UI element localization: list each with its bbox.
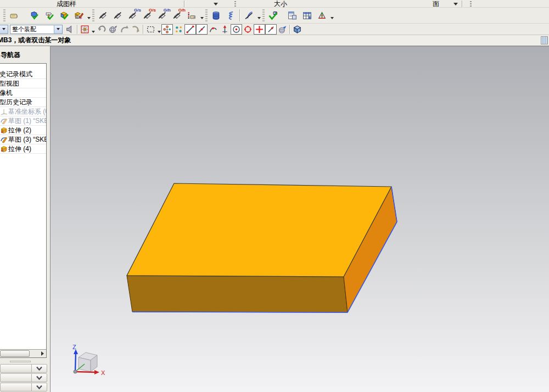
snap-point-on-curve-button[interactable] (265, 24, 277, 35)
tree-item-label: 草图 (3) “SKET (8, 135, 46, 144)
tree-item[interactable]: 模型视图 (0, 79, 46, 88)
spring-tool-button[interactable] (223, 8, 238, 23)
scope-combo-arrow-icon[interactable] (54, 25, 62, 33)
pan-view-button[interactable] (119, 24, 130, 35)
main-toolbar: ABCG/sO/sG/hO/h (0, 8, 549, 24)
tree-item[interactable]: 历史记录模式 (0, 70, 46, 79)
tree-item[interactable]: 摄像机 (0, 88, 46, 98)
blank-eraser-2-button[interactable] (110, 8, 125, 23)
form-editor-button[interactable] (285, 8, 300, 23)
toolbar-separator (239, 9, 240, 21)
toolbar-grip (262, 9, 265, 21)
collapsed-panel-2[interactable] (0, 373, 47, 382)
wcs-orient-button[interactable] (79, 24, 91, 35)
snap-mid-point-button[interactable] (196, 24, 208, 35)
snap-existing-point-button[interactable] (173, 24, 184, 35)
toolbar-caption-row: 成图样 大小 面 (0, 0, 549, 8)
snap-arc-center-button[interactable] (231, 24, 242, 35)
display-list-dropdown-icon[interactable] (199, 9, 204, 22)
snap-point-on-face-button[interactable] (277, 24, 288, 35)
triad-z-label: Z (72, 344, 76, 350)
select-rectangle-dropdown-icon[interactable] (156, 23, 161, 36)
expand-chevron-icon[interactable] (31, 383, 46, 391)
table-editor-button[interactable] (300, 8, 315, 23)
nx-application-window: 成图样 大小 面 ABCG/sO/sG/hO/h 整个装配 MB3，或者双击某一… (0, 0, 549, 392)
tree-item[interactable]: 模型历史记录 (0, 98, 46, 107)
verify-check-button[interactable] (266, 8, 281, 23)
rotate-view-button[interactable] (107, 24, 119, 35)
annotate-box-dropdown-icon[interactable] (86, 9, 91, 22)
caption-chengtuyang: 成图样 (57, 0, 76, 8)
extrude-icon (0, 126, 8, 134)
tree-item[interactable]: 拉伸 (4) (0, 144, 46, 154)
blank-gh-button[interactable]: G/h (155, 8, 170, 23)
validate-box-button[interactable] (57, 8, 71, 23)
triad-x-label: X (101, 369, 105, 376)
blank-gs-button[interactable]: G/s (125, 8, 140, 23)
work-part-button[interactable] (292, 24, 303, 35)
wcs-dropdown-icon[interactable] (91, 23, 96, 36)
statusbar-resize-grip[interactable] (541, 36, 548, 44)
snapshot-button[interactable] (64, 24, 76, 35)
filter-combo[interactable] (0, 25, 8, 34)
blank-oh-button[interactable]: O/h (170, 8, 184, 23)
tree-item-label: 基准坐标系 (0) (8, 107, 46, 116)
caption-dropdown-icon[interactable] (214, 3, 218, 5)
display-list-button[interactable] (184, 8, 199, 23)
swing-view-button[interactable] (130, 24, 142, 35)
validate-part-button[interactable] (27, 8, 42, 23)
sketch-icon (0, 136, 8, 143)
view-triad: Z X (72, 344, 105, 376)
collapsed-panel-1[interactable] (0, 364, 47, 373)
scope-combo[interactable]: 整个装配 (10, 25, 63, 34)
scrollbar-thumb[interactable] (0, 350, 30, 357)
blank-eraser-1-button[interactable] (96, 8, 110, 23)
caption-separator-2 (462, 1, 462, 7)
snap-control-point-button[interactable] (208, 24, 219, 35)
caption-dropdown-icon-2[interactable] (453, 3, 458, 5)
splitter-grip[interactable] (10, 361, 31, 362)
sketch-icon (0, 117, 8, 125)
snap-quadrant-button[interactable] (242, 24, 254, 35)
snap-intersection-button[interactable] (219, 24, 231, 35)
graphics-viewport[interactable]: Z X (50, 46, 549, 392)
view-orientation-button[interactable] (315, 8, 329, 23)
database-button[interactable] (209, 8, 223, 23)
delete-markup-dropdown-icon[interactable] (256, 9, 261, 22)
toolbar-separator (143, 25, 144, 34)
solid-front-face[interactable] (127, 276, 348, 312)
validate-tool-button[interactable] (42, 8, 57, 23)
navigator-tree: 历史记录模式模型视图摄像机模型历史记录基准坐标系 (0)草图 (1) “SKET… (0, 63, 47, 358)
expand-chevron-icon[interactable] (31, 374, 46, 382)
annotate-box-button[interactable]: ABC (71, 8, 86, 23)
select-rectangle-button[interactable] (145, 24, 156, 35)
note-tag-button[interactable] (7, 8, 21, 23)
solid-body[interactable] (127, 183, 397, 312)
tree-horizontal-scrollbar[interactable] (0, 349, 46, 357)
snap-existing-button[interactable] (254, 24, 265, 35)
view-orientation-dropdown-icon[interactable] (329, 9, 334, 22)
tree-item[interactable]: 草图 (3) “SKET (0, 135, 46, 144)
status-message: MB3，或者双击某一对象 (0, 35, 71, 46)
filter-combo-arrow-icon[interactable] (0, 25, 8, 33)
delete-markup-button[interactable] (242, 8, 256, 23)
snap-point-cloud-button[interactable] (161, 24, 173, 35)
panel-splitter[interactable] (0, 359, 47, 364)
tree-item[interactable]: 草图 (1) “SKET (0, 116, 46, 126)
collapsed-panel-3[interactable] (0, 383, 47, 391)
scrollbar-right-arrow-icon[interactable] (41, 351, 44, 356)
caption-grip (234, 1, 236, 7)
tree-item[interactable]: 拉伸 (2) (0, 126, 46, 135)
tree-item-label: 模型视图 (0, 79, 19, 88)
expand-chevron-icon[interactable] (31, 365, 46, 372)
toolbar-separator (289, 25, 290, 34)
tree-item-label: 模型历史记录 (0, 98, 32, 107)
status-bar: MB3，或者双击某一对象 (0, 35, 549, 46)
tree-item[interactable]: 基准坐标系 (0) (0, 107, 46, 116)
csys-icon (0, 108, 8, 115)
tree-item-label: 拉伸 (2) (8, 126, 31, 135)
collapsed-panels (0, 364, 47, 392)
snap-end-point-button[interactable] (184, 24, 196, 35)
undo-button[interactable] (96, 24, 107, 35)
blank-os-button[interactable]: O/s (140, 8, 155, 23)
